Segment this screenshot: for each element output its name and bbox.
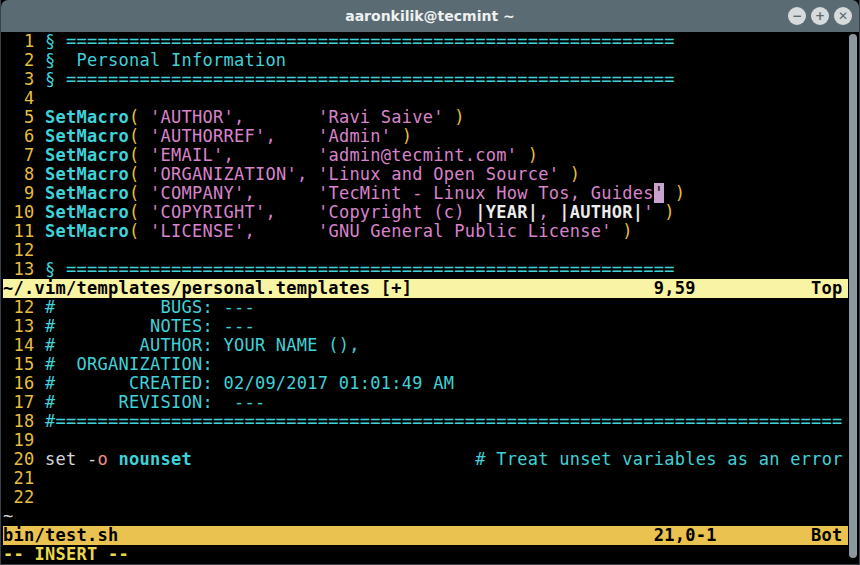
buffer-line: 9 SetMacro( 'COMPANY', 'TecMint - Linux … xyxy=(3,184,860,203)
buffer-line: 13 § ===================================… xyxy=(3,260,860,279)
buffer-line: 11 SetMacro( 'LICENSE', 'GNU General Pub… xyxy=(3,222,860,241)
buffer-line: 13 # NOTES: --- xyxy=(3,317,860,336)
statusline-bottom: bin/test.sh 21,0-1 Bot xyxy=(3,526,848,545)
buffer-line: 4 xyxy=(3,89,860,108)
buffer-line: 16 # CREATED: 02/09/2017 01:01:49 AM xyxy=(3,374,860,393)
terminal-window: aaronkilik@tecmint ~ − + ✕ 1 § =========… xyxy=(0,0,860,565)
buffer-line: 19 xyxy=(3,431,860,450)
window-controls: − + ✕ xyxy=(788,7,852,25)
buffer-line: 2 § Personal Information xyxy=(3,51,860,70)
window-title: aaronkilik@tecmint ~ xyxy=(1,0,859,32)
statusline-top: ~/.vim/templates/personal.templates [+] … xyxy=(3,279,848,298)
buffer-line: 5 SetMacro( 'AUTHOR', 'Ravi Saive' ) xyxy=(3,108,860,127)
buffer-line: 20 set -o nounset # Treat unset variable… xyxy=(3,450,860,469)
buffer-line: 21 xyxy=(3,469,860,488)
maximize-button[interactable]: + xyxy=(811,7,829,25)
buffer-line: 7 SetMacro( 'EMAIL', 'admin@tecmint.com'… xyxy=(3,146,860,165)
command-line: -- INSERT -- xyxy=(3,545,860,564)
buffer-line: 18 #====================================… xyxy=(3,412,860,431)
buffer-line: 12 # BUGS: --- xyxy=(3,298,860,317)
buffer-line: 17 # REVISION: --- xyxy=(3,393,860,412)
buffer-line: 1 § ====================================… xyxy=(3,32,860,51)
titlebar[interactable]: aaronkilik@tecmint ~ − + ✕ xyxy=(1,0,859,32)
buffer-line: 10 SetMacro( 'COPYRIGHT', 'Copyright (c)… xyxy=(3,203,860,222)
buffer-line: 12 xyxy=(3,241,860,260)
minimize-button[interactable]: − xyxy=(788,7,806,25)
buffer-line: 14 # AUTHOR: YOUR NAME (), xyxy=(3,336,860,355)
nontext-line: ~ xyxy=(3,507,860,526)
buffer-line: 3 § ====================================… xyxy=(3,70,860,89)
buffer-line: 8 SetMacro( 'ORGANIZATION', 'Linux and O… xyxy=(3,165,860,184)
terminal-screen[interactable]: 1 § ====================================… xyxy=(1,32,860,565)
buffer-line: 15 # ORGANIZATION: xyxy=(3,355,860,374)
buffer-line: 6 SetMacro( 'AUTHORREF', 'Admin' ) xyxy=(3,127,860,146)
close-button[interactable]: ✕ xyxy=(834,7,852,25)
scrollbar-thumb[interactable] xyxy=(849,34,857,558)
buffer-line: 22 xyxy=(3,488,860,507)
